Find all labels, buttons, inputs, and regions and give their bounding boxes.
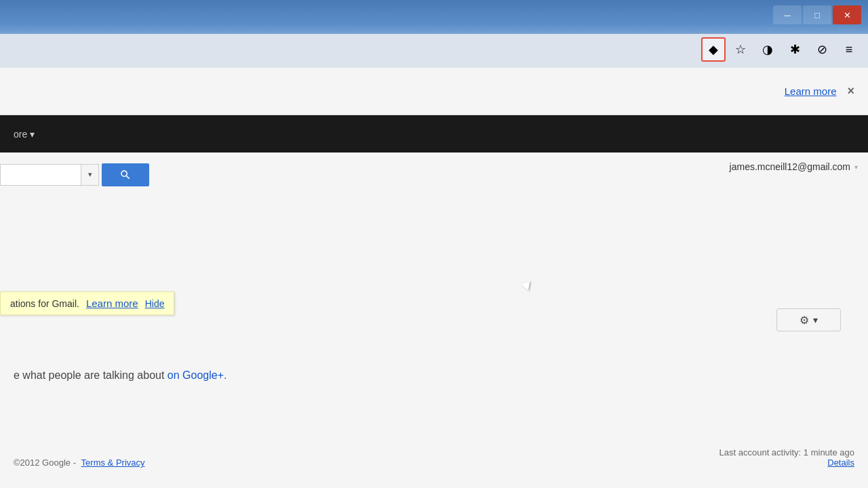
- asterisk-icon[interactable]: ✱: [783, 37, 807, 62]
- stop-icon[interactable]: ⊘: [810, 37, 834, 62]
- copyright-text: ©2012 Google -: [14, 458, 76, 468]
- footer: ©2012 Google - Terms & Privacy Last acco…: [0, 447, 868, 468]
- yellow-tooltip: ations for Gmail. Learn more Hide: [0, 291, 174, 315]
- footer-left: ©2012 Google - Terms & Privacy: [14, 458, 145, 468]
- color-icon[interactable]: ◑: [755, 37, 780, 62]
- details-link[interactable]: Details: [827, 458, 854, 468]
- user-account[interactable]: james.mcneill12@gmail.com ▾: [730, 161, 858, 172]
- terms-privacy-link[interactable]: Terms & Privacy: [81, 458, 145, 468]
- gear-icon: ⚙: [800, 314, 809, 327]
- settings-button[interactable]: ⚙ ▾: [776, 308, 841, 331]
- google-plus-link[interactable]: on Google+.: [167, 369, 227, 381]
- main-content: [0, 197, 868, 488]
- search-input[interactable]: [0, 164, 81, 186]
- bookmark-icon[interactable]: ☆: [728, 37, 753, 62]
- search-icon: [119, 169, 132, 181]
- notification-bar: Learn more ×: [0, 68, 868, 115]
- nav-more-label: ore: [14, 129, 27, 140]
- nav-more-chevron: ▾: [30, 129, 35, 140]
- gmail-nav: ore ▾: [0, 115, 868, 152]
- close-notification-button[interactable]: ×: [847, 84, 854, 98]
- learn-more-link[interactable]: Learn more: [785, 85, 837, 97]
- user-email: james.mcneill12@gmail.com: [730, 161, 850, 172]
- google-plus-text: e what people are talking about on Googl…: [0, 369, 868, 382]
- account-activity-text: Last account activity: 1 minute ago: [719, 447, 854, 458]
- search-button[interactable]: [102, 163, 149, 186]
- close-button[interactable]: ✕: [833, 5, 861, 24]
- tooltip-hide-link[interactable]: Hide: [145, 298, 165, 309]
- notification-bar-content: Learn more ×: [785, 84, 854, 98]
- tooltip-learn-more-link[interactable]: Learn more: [86, 298, 138, 309]
- search-input-wrap: ▾: [0, 163, 149, 186]
- search-area: ▾: [0, 152, 868, 197]
- settings-dropdown-icon: ▾: [813, 314, 818, 325]
- search-dropdown[interactable]: ▾: [81, 164, 99, 186]
- maximize-button[interactable]: □: [803, 5, 831, 24]
- chevron-down-icon: ▾: [88, 170, 92, 179]
- stylish-icon[interactable]: ◆: [701, 37, 726, 62]
- menu-icon[interactable]: ≡: [837, 37, 861, 62]
- nav-more[interactable]: ore ▾: [7, 129, 41, 140]
- window-controls: ─ □ ✕: [773, 5, 861, 24]
- user-dropdown-icon: ▾: [854, 163, 858, 171]
- footer-right: Last account activity: 1 minute ago Deta…: [719, 447, 854, 468]
- google-plus-description: e what people are talking about: [14, 369, 164, 381]
- minimize-button[interactable]: ─: [773, 5, 802, 24]
- extension-icons: ◆ ☆ ◑ ✱ ⊘ ≡: [701, 37, 861, 62]
- tooltip-text: ations for Gmail.: [10, 298, 79, 309]
